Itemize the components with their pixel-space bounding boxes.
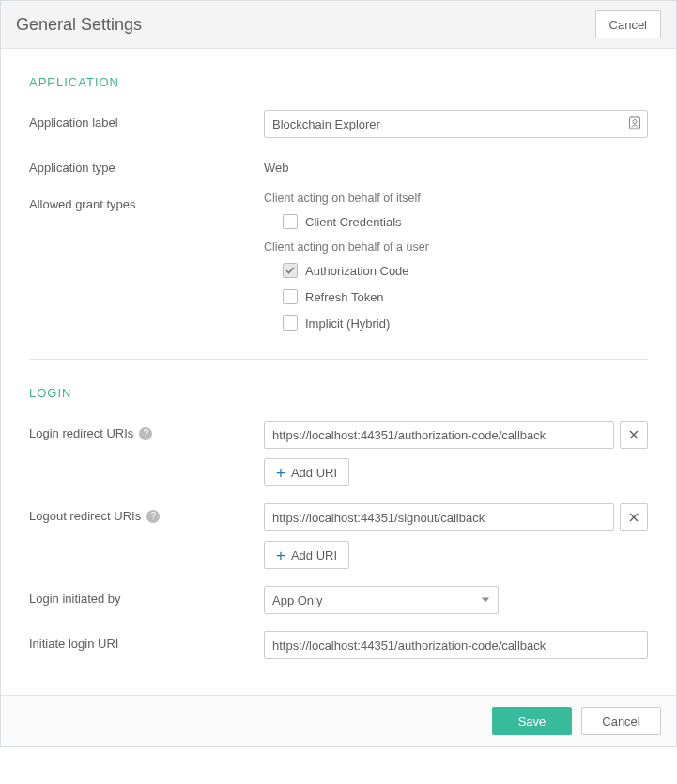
label-logout-redirect-text: Logout redirect URIs xyxy=(29,509,141,523)
checkbox-authorization-code: Authorization Code xyxy=(283,263,648,278)
checkbox-client-credentials-box[interactable] xyxy=(283,214,298,229)
application-label-control xyxy=(264,110,648,138)
label-application-label: Application label xyxy=(29,110,264,130)
plus-icon: + xyxy=(276,465,285,481)
row-application-label: Application label xyxy=(29,110,648,138)
row-initiate-login-uri: Initiate login URI xyxy=(29,631,648,659)
application-type-value: Web xyxy=(264,155,648,175)
remove-logout-redirect-button[interactable] xyxy=(620,503,648,531)
label-initiate-login-uri: Initiate login URI xyxy=(29,631,264,651)
label-login-initiated-by: Login initiated by xyxy=(29,586,264,606)
add-uri-label: Add URI xyxy=(291,466,337,480)
checkbox-implicit: Implicit (Hybrid) xyxy=(283,315,648,331)
login-initiated-by-select-wrap: App Only xyxy=(264,586,499,614)
help-icon[interactable]: ? xyxy=(146,510,160,523)
row-application-type: Application type Web xyxy=(29,155,648,175)
page-title: General Settings xyxy=(16,15,142,35)
help-icon[interactable]: ? xyxy=(139,427,152,440)
panel-body: APPLICATION Application label Applicatio… xyxy=(1,49,676,695)
checkbox-refresh-token-box[interactable] xyxy=(283,289,298,304)
row-logout-redirect: Logout redirect URIs ? + Add URI xyxy=(29,503,648,569)
login-redirect-control: + Add URI xyxy=(264,421,648,486)
save-button[interactable]: Save xyxy=(492,707,572,735)
label-login-redirect-text: Login redirect URIs xyxy=(29,426,133,440)
logout-redirect-control: + Add URI xyxy=(264,503,648,569)
close-icon xyxy=(629,513,639,522)
checkbox-client-credentials-label[interactable]: Client Credentials xyxy=(305,215,402,229)
plus-icon: + xyxy=(276,547,285,563)
checkbox-authorization-code-label[interactable]: Authorization Code xyxy=(305,264,409,278)
login-initiated-by-select[interactable]: App Only xyxy=(264,586,499,614)
logout-redirect-input-0[interactable] xyxy=(264,503,614,531)
section-heading-login: LOGIN xyxy=(29,386,648,400)
add-logout-redirect-button[interactable]: + Add URI xyxy=(264,541,349,569)
svg-point-1 xyxy=(633,120,637,124)
checkbox-refresh-token: Refresh Token xyxy=(283,289,648,304)
checkbox-refresh-token-label[interactable]: Refresh Token xyxy=(305,290,384,304)
section-heading-application: APPLICATION xyxy=(29,75,648,89)
application-label-input[interactable] xyxy=(264,110,648,138)
label-grant-types: Allowed grant types xyxy=(29,192,264,211)
remove-login-redirect-button[interactable] xyxy=(620,421,648,449)
login-redirect-uri-row xyxy=(264,421,648,449)
row-grant-types: Allowed grant types Client acting on beh… xyxy=(29,192,648,342)
initiate-login-uri-control xyxy=(264,631,648,659)
row-login-redirect: Login redirect URIs ? + Add URI xyxy=(29,421,648,486)
add-login-redirect-button[interactable]: + Add URI xyxy=(264,458,349,486)
panel-footer: Save Cancel xyxy=(1,695,676,746)
initiate-login-uri-input[interactable] xyxy=(264,631,648,659)
cancel-button-bottom[interactable]: Cancel xyxy=(581,707,661,735)
row-login-initiated-by: Login initiated by App Only xyxy=(29,586,648,614)
label-logout-redirect: Logout redirect URIs ? xyxy=(29,503,264,523)
add-uri-label: Add URI xyxy=(291,548,337,562)
grant-self-heading: Client acting on behalf of itself xyxy=(264,192,648,205)
checkbox-authorization-code-box[interactable] xyxy=(283,263,298,278)
label-login-redirect: Login redirect URIs ? xyxy=(29,421,264,440)
general-settings-panel: General Settings Cancel APPLICATION Appl… xyxy=(0,0,677,747)
cancel-button-top[interactable]: Cancel xyxy=(595,10,661,38)
checkbox-implicit-box[interactable] xyxy=(283,315,298,331)
login-redirect-input-0[interactable] xyxy=(264,421,614,449)
contact-card-icon xyxy=(629,116,640,132)
label-application-type: Application type xyxy=(29,155,264,175)
grant-types-control: Client acting on behalf of itself Client… xyxy=(264,192,648,342)
section-divider xyxy=(29,359,648,360)
login-initiated-by-control: App Only xyxy=(264,586,648,614)
panel-header: General Settings Cancel xyxy=(1,1,676,49)
grant-user-heading: Client acting on behalf of a user xyxy=(264,240,648,254)
checkbox-implicit-label[interactable]: Implicit (Hybrid) xyxy=(305,316,390,331)
logout-redirect-uri-row xyxy=(264,503,648,531)
close-icon xyxy=(629,430,639,439)
checkbox-client-credentials: Client Credentials xyxy=(283,214,648,229)
